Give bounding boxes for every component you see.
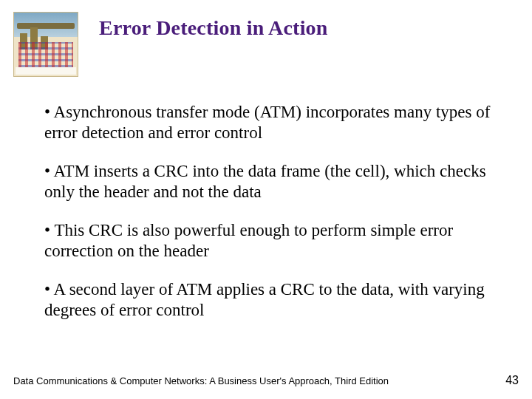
slide-footer: Data Communications & Computer Networks:… <box>13 374 519 387</box>
book-cover-thumbnail <box>13 12 78 77</box>
bullet-item: Asynchronous transfer mode (ATM) incorpo… <box>44 102 491 143</box>
slide-header: Error Detection in Action <box>0 0 532 77</box>
page-number: 43 <box>505 374 519 387</box>
bullet-item: ATM inserts a CRC into the data frame (t… <box>44 161 491 202</box>
slide-body: Asynchronous transfer mode (ATM) incorpo… <box>0 77 532 321</box>
footer-text: Data Communications & Computer Networks:… <box>13 375 389 386</box>
bullet-item: A second layer of ATM applies a CRC to t… <box>44 279 491 321</box>
slide-title: Error Detection in Action <box>99 16 328 40</box>
bullet-item: This CRC is also powerful enough to perf… <box>44 220 491 262</box>
